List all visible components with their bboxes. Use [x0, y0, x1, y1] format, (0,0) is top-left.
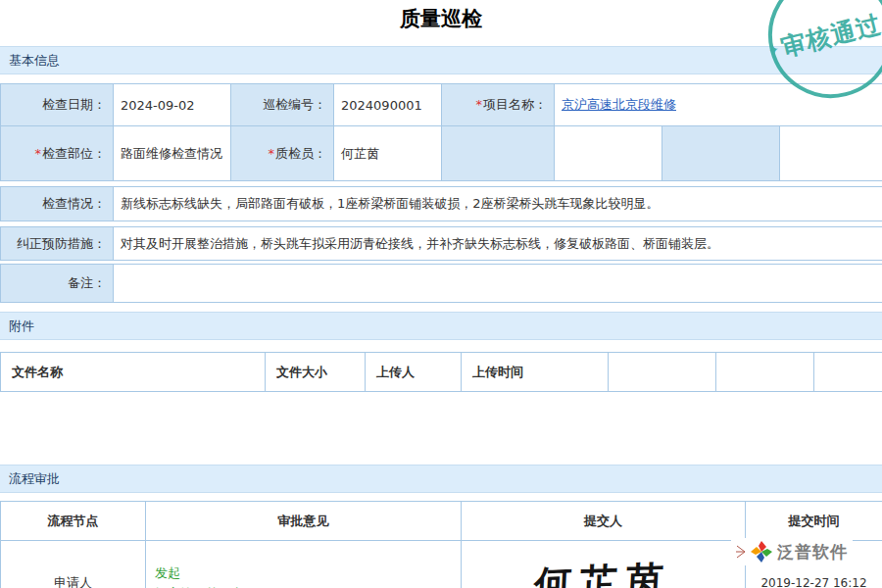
measures-table: 纠正预防措施： 对其及时开展整治措施，桥头跳车拟采用沥青砼接线，并补齐缺失标志标… [0, 226, 882, 261]
approval-submitter-cell: 何芷茵 [462, 541, 746, 588]
project-link[interactable]: 京沪高速北京段维修 [562, 97, 676, 112]
attachments-header-uploader: 上传人 [366, 353, 462, 392]
remark-label: 备注： [1, 265, 114, 303]
attachments-header-empty [814, 353, 882, 392]
table-row: 纠正预防措施： 对其及时开展整治措施，桥头跳车拟采用沥青砼接线，并补齐缺失标志标… [1, 227, 882, 261]
inspect-part-label: *检查部位： [1, 126, 114, 181]
approval-header-opinion: 审批意见 [146, 502, 462, 541]
required-mark: * [476, 97, 483, 112]
fanpu-logo-icon [751, 541, 772, 563]
approval-header-row: 流程节点 审批意见 提交人 提交时间 [1, 502, 882, 541]
attachments-empty-area [0, 392, 882, 451]
measures-value: 对其及时开展整治措施，桥头跳车拟采用沥青砼接线，并补齐缺失标志标线，修复破板路面… [114, 227, 882, 261]
attachments-header-upload-time: 上传时间 [462, 353, 609, 392]
approval-header-node: 流程节点 [1, 502, 146, 541]
submitter-signature: 何芷茵 [467, 553, 740, 588]
fanpu-logo: 泛普软件 [731, 538, 853, 565]
project-name-label: *项目名称： [442, 84, 555, 126]
patrol-no-label: 巡检编号： [231, 84, 334, 126]
attachments-header-file-name: 文件名称 [1, 353, 266, 392]
attachments-header-file-size: 文件大小 [266, 353, 366, 392]
situation-table: 检查情况： 新线标志标线缺失，局部路面有破板，1座桥梁桥面铺装破损，2座桥梁桥头… [0, 186, 882, 221]
measures-label: 纠正预防措施： [1, 227, 114, 261]
inspector-label: *质检员： [231, 126, 334, 181]
inspect-part-value: 路面维修检查情况 [114, 126, 231, 181]
table-row: 检查日期： 2024-09-02 巡检编号： 2024090001 *项目名称：… [1, 84, 882, 126]
empty-cell [442, 126, 555, 181]
section-approval-flow: 流程审批 [0, 465, 882, 493]
required-mark: * [269, 146, 275, 161]
inspect-date-label: 检查日期： [1, 84, 114, 126]
approval-opinion-cell: 发起 提交给：苑子豪 [146, 541, 462, 588]
table-row: *检查部位： 路面维修检查情况 *质检员： 何芷茵 [1, 126, 882, 181]
approval-header-submitter: 提交人 [462, 502, 746, 541]
attachments-table: 文件名称 文件大小 上传人 上传时间 [0, 352, 882, 392]
opinion-submit-to: 提交给：苑子豪 [155, 583, 454, 588]
page-title: 质量巡检 [0, 0, 882, 38]
required-mark: * [35, 146, 42, 161]
empty-cell [555, 126, 662, 181]
opinion-action: 发起 [155, 563, 454, 583]
patrol-no-value: 2024090001 [334, 84, 442, 126]
attachments-header-empty [609, 353, 716, 392]
table-row: 备注： [1, 265, 882, 303]
empty-cell [662, 126, 780, 181]
attachments-header-row: 文件名称 文件大小 上传人 上传时间 [1, 353, 882, 392]
basic-info-table: 检查日期： 2024-09-02 巡检编号： 2024090001 *项目名称：… [0, 83, 882, 181]
empty-cell [780, 126, 882, 181]
section-attachments: 附件 [0, 312, 882, 340]
logo-shine-icon [736, 542, 746, 562]
remark-value [114, 265, 882, 303]
logo-text: 泛普软件 [777, 541, 848, 564]
inspect-date-value: 2024-09-02 [114, 84, 231, 126]
approval-header-submit-time: 提交时间 [746, 502, 882, 541]
remark-table: 备注： [0, 264, 882, 303]
table-row: 检查情况： 新线标志标线缺失，局部路面有破板，1座桥梁桥面铺装破损，2座桥梁桥头… [1, 187, 882, 221]
situation-value: 新线标志标线缺失，局部路面有破板，1座桥梁桥面铺装破损，2座桥梁桥头跳车现象比较… [114, 187, 882, 221]
inspector-value: 何芷茵 [334, 126, 442, 181]
approval-node-cell: 申请人 [1, 541, 146, 588]
situation-label: 检查情况： [1, 187, 114, 221]
project-name-cell: 京沪高速北京段维修 [555, 84, 882, 126]
attachments-header-empty [716, 353, 814, 392]
quality-inspection-page: 质量巡检 ✦ 审核通过 ✦ 基本信息 检查日期： 2024-09-02 巡检编号… [0, 0, 882, 588]
section-basic-info: 基本信息 [0, 46, 882, 74]
